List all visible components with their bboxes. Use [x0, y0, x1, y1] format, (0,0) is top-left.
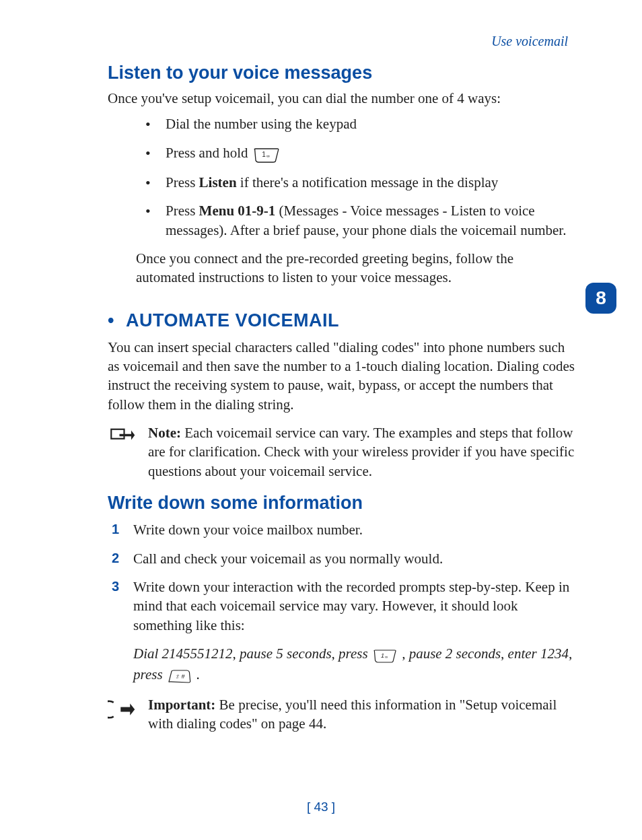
svg-text:⇧: ⇧ [175, 674, 180, 680]
note-block: Note: Each voicemail service can vary. T… [108, 423, 575, 481]
list-item: Press Listen if there's a notification m… [136, 173, 575, 192]
important-label: Important: [148, 697, 215, 713]
text-fragment: Press and hold [166, 145, 252, 161]
note-label: Note: [148, 425, 181, 441]
text-fragment: . [193, 666, 201, 682]
list-item: Press and hold 1∞ [136, 143, 575, 164]
text-fragment: if there's a notification message in the… [237, 174, 499, 190]
key-1-voicemail-icon: 1∞ [253, 145, 280, 164]
running-header: Use voicemail [108, 34, 568, 49]
section-heading-listen: Listen to your voice messages [108, 63, 575, 83]
key-hash-icon: ⇧# [168, 666, 192, 685]
page-number: [ 43 ] [0, 800, 642, 814]
steps-list: Write down your voice mailbox number. Ca… [108, 520, 575, 635]
example-dial-string: Dial 2145551212, pause 5 seconds, press … [133, 644, 575, 686]
list-item: Write down your interaction with the rec… [108, 578, 575, 635]
important-text: Important: Be precise, you'll need this … [148, 695, 575, 734]
ways-list: Dial the number using the keypad Press a… [136, 114, 575, 240]
svg-text:#: # [181, 673, 185, 680]
heading-text: AUTOMATE VOICEMAIL [121, 310, 339, 330]
chapter-tab: 8 [585, 283, 616, 314]
note-text: Note: Each voicemail service can vary. T… [148, 423, 575, 481]
list-item: Press Menu 01-9-1 (Messages - Voice mess… [136, 201, 575, 240]
section-heading-writedown: Write down some information [108, 493, 575, 514]
followup-paragraph: Once you connect and the pre-recorded gr… [136, 249, 575, 287]
svg-text:1: 1 [381, 652, 384, 658]
text-fragment: Press [166, 203, 199, 219]
text-bold: Listen [199, 174, 237, 190]
key-1-voicemail-icon: 1∞ [373, 645, 397, 664]
note-arrow-icon [108, 423, 136, 454]
text-fragment: Dial 2145551212, pause 5 seconds, press [133, 645, 371, 662]
text-bold: Menu 01-9-1 [199, 203, 276, 219]
svg-text:∞: ∞ [266, 153, 270, 158]
list-item: Dial the number using the keypad [136, 114, 575, 133]
important-hand-icon [108, 695, 136, 726]
list-item: Call and check your voicemail as you nor… [108, 549, 575, 568]
text-fragment: Press [166, 174, 199, 190]
bullet-icon: • [108, 310, 114, 330]
section-intro: Once you've setup voicemail, you can dia… [108, 89, 575, 108]
section-heading-automate: • AUTOMATE VOICEMAIL [108, 310, 575, 331]
important-block: Important: Be precise, you'll need this … [108, 695, 575, 734]
section-intro: You can insert special characters called… [108, 338, 575, 414]
list-item: Write down your voice mailbox number. [108, 520, 575, 539]
note-body: Each voicemail service can vary. The exa… [148, 425, 574, 479]
svg-text:1: 1 [262, 151, 266, 158]
svg-text:∞: ∞ [385, 655, 388, 659]
